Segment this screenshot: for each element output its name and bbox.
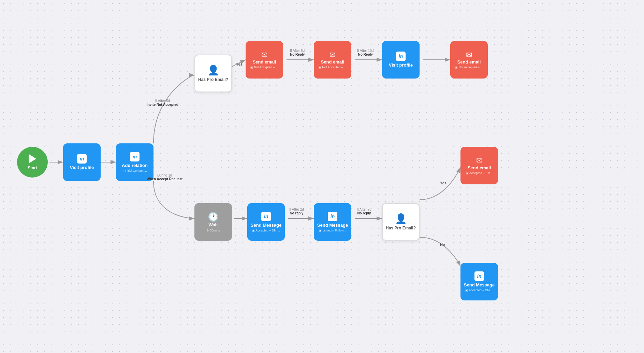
linkedin-icon-6: in — [474, 271, 484, 281]
no-reply-4-label: If After 7d No reply — [357, 208, 371, 215]
linkedin-icon-3: in — [396, 52, 406, 61]
visit-profile-1-node[interactable]: in Visit profile — [63, 143, 101, 181]
yes-1-label: Yes — [236, 62, 243, 66]
person-check-icon-1: 👤 — [207, 65, 219, 76]
send-message-3-subtitle: ▣Accepted – DM ... — [465, 288, 493, 292]
visit-profile-2-title: Visit profile — [389, 62, 413, 68]
wait-title: Wait — [209, 222, 218, 228]
send-email-2-node[interactable]: ✉ Send email ▣Not Accepted – ... — [314, 41, 351, 79]
send-email-3-node[interactable]: ✉ Send email ▣Not Accepted – ... — [450, 41, 488, 79]
send-email-3-subtitle: ▣Not Accepted – ... — [455, 66, 483, 69]
flow-canvas: Start in Visit profile in Add relation ≡… — [0, 0, 644, 353]
send-email-2-subtitle: ▣Not Accepted – ... — [319, 66, 346, 69]
send-message-2-title: Send Message — [317, 223, 348, 228]
linkedin-icon-4: in — [261, 212, 271, 221]
linkedin-icon-2: in — [130, 152, 140, 161]
send-email-accepted-title: Send email — [468, 165, 491, 171]
send-message-3-node[interactable]: in Send Message ▣Accepted – DM ... — [460, 263, 498, 300]
no-reply-1-label: If After 5d No Reply — [290, 49, 305, 56]
start-label: Start — [28, 166, 37, 170]
send-message-1-node[interactable]: in Send Message ▣Accepted – DM ... — [247, 203, 285, 241]
no-1-label: No — [440, 242, 445, 246]
when-accept-label: During 1d When Accept Request — [147, 173, 182, 181]
clock-icon: 🕐 — [208, 212, 219, 222]
has-pro-email-2-title: Has Pro Email? — [386, 226, 416, 230]
send-message-2-node[interactable]: in Send Message ▣LinkedIn Follow... — [314, 203, 351, 241]
invite-not-accepted-label: If After 5d Invite Not Accepted — [147, 99, 178, 107]
email-icon-1: ✉ — [261, 51, 267, 59]
email-icon-4: ✉ — [476, 156, 482, 165]
send-email-accepted-node[interactable]: ✉ Send email ▣Accepted – Em... — [460, 147, 498, 184]
start-node[interactable]: Start — [17, 147, 48, 178]
has-pro-email-1-title: Has Pro Email? — [198, 77, 228, 82]
no-reply-2-label: If After 10d No Reply — [357, 49, 374, 56]
send-message-1-subtitle: ▣Accepted – DM ... — [252, 229, 280, 232]
send-message-3-title: Send Message — [464, 282, 495, 288]
play-icon — [29, 154, 36, 164]
send-message-1-title: Send Message — [251, 223, 281, 228]
visit-profile-1-title: Visit profile — [70, 165, 94, 170]
yes-2-label: Yes — [440, 181, 447, 185]
has-pro-email-2-node[interactable]: 👤 Has Pro Email? — [382, 203, 420, 241]
send-email-2-title: Send email — [321, 59, 345, 65]
email-icon-2: ✉ — [330, 51, 336, 59]
send-email-1-node[interactable]: ✉ Send email ▣Not Accepted – ... — [246, 41, 283, 79]
visit-profile-2-node[interactable]: in Visit profile — [382, 41, 420, 79]
send-email-1-title: Send email — [253, 59, 276, 65]
has-pro-email-1-node[interactable]: 👤 Has Pro Email? — [194, 55, 232, 92]
person-check-icon-2: 👤 — [395, 213, 407, 224]
linkedin-icon-5: in — [328, 212, 337, 221]
send-email-accepted-subtitle: ▣Accepted – Em... — [466, 171, 493, 175]
wait-subtitle: ⏱30mins — [206, 229, 220, 232]
no-reply-3-label: If After 2d No reply — [289, 208, 304, 215]
add-relation-subtitle: ≡Initial Contact ... — [122, 169, 147, 172]
send-email-3-title: Send email — [457, 59, 481, 65]
linkedin-icon-1: in — [77, 154, 87, 164]
wait-node[interactable]: 🕐 Wait ⏱30mins — [194, 203, 232, 241]
email-icon-3: ✉ — [466, 51, 472, 59]
add-relation-title: Add relation — [122, 163, 148, 168]
send-message-2-subtitle: ▣LinkedIn Follow... — [319, 229, 346, 232]
send-email-1-subtitle: ▣Not Accepted – ... — [250, 66, 278, 69]
